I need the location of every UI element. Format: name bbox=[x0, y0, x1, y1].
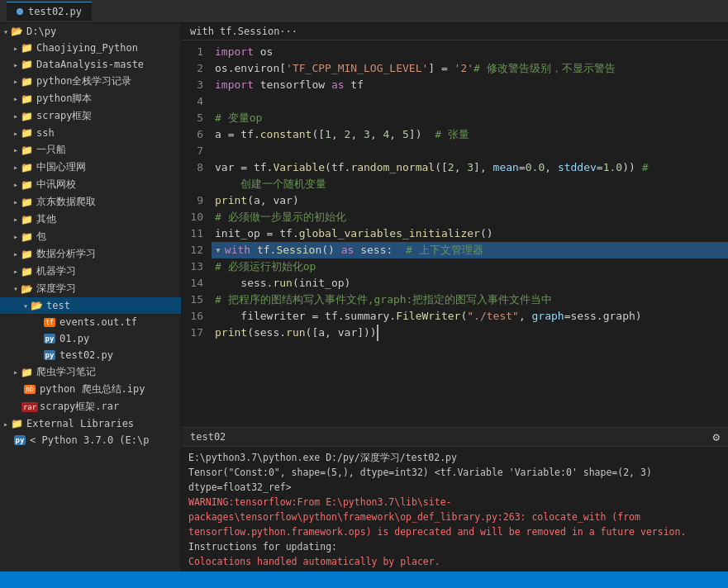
code-line-17[interactable]: print(sess.run([a, var]))​ bbox=[212, 325, 728, 341]
sidebar-item-zhongxin[interactable]: ▸中讯网校 bbox=[0, 176, 181, 193]
code-line-14[interactable]: sess.run(init_op) bbox=[212, 275, 728, 292]
line-numbers: 12345678 91011121314151617 bbox=[182, 40, 212, 427]
python-sdk[interactable]: py< Python 3.7.0 (E:\p bbox=[0, 432, 181, 448]
rar-file-icon: rar bbox=[23, 401, 36, 414]
code-line-3[interactable]: import tensorflow as tf bbox=[212, 77, 728, 93]
py-file-icon: py bbox=[43, 332, 56, 345]
terminal-content[interactable]: E:\python3.7\python.exe D:/py/深度学习/test0… bbox=[182, 447, 728, 571]
code-line-1[interactable]: import os bbox=[212, 44, 728, 60]
ext-lib-label: External Libraries bbox=[26, 418, 134, 429]
code-line-15[interactable]: # 把程序的图结构写入事件文件,graph:把指定的图写入事件文件当中 bbox=[212, 292, 728, 308]
arrow-right-icon: ▸ bbox=[13, 111, 18, 121]
code-line-4[interactable] bbox=[212, 93, 728, 110]
folder-icon bbox=[10, 25, 23, 38]
line-number-2: 2 bbox=[182, 60, 203, 77]
code-line-5[interactable]: # 变量op bbox=[212, 110, 728, 126]
folder-icon bbox=[20, 41, 33, 55]
arrow-right-icon: ▸ bbox=[13, 77, 18, 86]
sidebar-item-events[interactable]: tfevents.out.tf bbox=[0, 314, 181, 330]
sidebar-item-label: 中国心理网 bbox=[36, 160, 86, 174]
line-number-17: 17 bbox=[182, 325, 203, 341]
sidebar-item-chaojiying[interactable]: ▸Chaojiying_Python bbox=[0, 40, 181, 56]
line-number-15: 15 bbox=[182, 292, 203, 308]
terminal-title: test02 bbox=[190, 431, 226, 443]
sidebar-item-shenduxuexi[interactable]: ▾深度学习 bbox=[0, 280, 181, 297]
code-line-8[interactable]: var = tf.Variable(tf.random_normal([2, 3… bbox=[212, 159, 728, 176]
code-line-10[interactable]: # 必须做一步显示的初始化 bbox=[212, 209, 728, 225]
arrow-right-icon: ▸ bbox=[13, 232, 18, 241]
line-number-10: 10 bbox=[182, 209, 203, 225]
code-line-12[interactable]: ▾with tf.Session() as sess: # 上下文管理器 bbox=[212, 242, 728, 258]
gear-icon[interactable]: ⚙ bbox=[713, 430, 720, 443]
sidebar-item-dataanalysis[interactable]: ▸DataAnalysis-maste bbox=[0, 56, 181, 73]
line-number-1: 1 bbox=[182, 44, 203, 60]
external-libraries[interactable]: ▸External Libraries bbox=[0, 415, 181, 432]
sidebar-item-test02py[interactable]: pytest02.py bbox=[0, 347, 181, 363]
active-tab[interactable]: test02.py bbox=[7, 2, 92, 21]
terminal-line-3: Instructions for updating: bbox=[188, 539, 721, 554]
sidebar-item-python-script[interactable]: ▸python脚本 bbox=[0, 90, 181, 107]
folder-icon bbox=[30, 299, 43, 312]
line-number-3: 3 bbox=[182, 77, 203, 93]
sidebar-item-label: Chaojiying_Python bbox=[36, 42, 138, 54]
sidebar-item-jiqixuexi[interactable]: ▸机器学习 bbox=[0, 263, 181, 280]
sidebar-item-label: test bbox=[46, 300, 70, 311]
folder-icon bbox=[20, 75, 33, 88]
sidebar-item-ssh[interactable]: ▸ssh bbox=[0, 125, 181, 141]
sidebar-item-label: ssh bbox=[36, 127, 55, 139]
sidebar-item-label: 京东数据爬取 bbox=[36, 195, 96, 209]
arrow-right-icon: ▸ bbox=[3, 420, 8, 429]
line-number-13: 13 bbox=[182, 258, 203, 275]
folder-icon bbox=[20, 196, 33, 209]
line-number-9: 9 bbox=[182, 192, 203, 209]
sidebar-item-scrapy-rar[interactable]: rarscrapy框架.rar bbox=[0, 398, 181, 415]
folder-icon bbox=[20, 144, 33, 157]
folder-icon bbox=[20, 58, 33, 71]
sidebar-item-label: python 爬虫总结.ipy bbox=[40, 382, 145, 396]
sidebar-item-label: 包 bbox=[36, 230, 46, 244]
sidebar-item-yiban[interactable]: ▸一只船 bbox=[0, 141, 181, 159]
folder-icon bbox=[20, 282, 33, 296]
sidebar-item-scrapy[interactable]: ▸scrapy框架 bbox=[0, 107, 181, 125]
sidebar-item-shujufenxi[interactable]: ▸数据分析学习 bbox=[0, 245, 181, 263]
sidebar-item-py[interactable]: ▾D:\py bbox=[0, 23, 181, 40]
sidebar-item-label: 数据分析学习 bbox=[36, 247, 96, 261]
sidebar-item-label: scrapy框架.rar bbox=[40, 400, 119, 414]
code-editor[interactable]: 12345678 91011121314151617 import osos.e… bbox=[182, 40, 728, 427]
line-number-8b bbox=[182, 176, 203, 192]
line-number-16: 16 bbox=[182, 308, 203, 325]
sidebar-item-label: python全栈学习记录 bbox=[36, 74, 131, 88]
code-lines[interactable]: import osos.environ['TF_CPP_MIN_LOG_LEVE… bbox=[212, 40, 728, 427]
sidebar-item-test[interactable]: ▾test bbox=[0, 297, 181, 314]
sidebar-item-label: scrapy框架 bbox=[36, 109, 92, 123]
arrow-right-icon: ▸ bbox=[13, 129, 18, 138]
code-line-2[interactable]: os.environ['TF_CPP_MIN_LOG_LEVEL'] = '2'… bbox=[212, 60, 728, 77]
line-number-4: 4 bbox=[182, 93, 203, 110]
line-number-11: 11 bbox=[182, 225, 203, 242]
sidebar-item-qita[interactable]: ▸其他 bbox=[0, 211, 181, 228]
sidebar-item-01py[interactable]: py01.py bbox=[0, 330, 181, 347]
line-number-12: 12 bbox=[182, 242, 203, 258]
sidebar-item-label: test02.py bbox=[59, 349, 113, 361]
sidebar-item-python-learning[interactable]: ▸python全栈学习记录 bbox=[0, 73, 181, 90]
code-line-13[interactable]: # 必须运行初始化op bbox=[212, 258, 728, 275]
line-number-7: 7 bbox=[182, 143, 203, 159]
main-area: ▾D:\py▸Chaojiying_Python▸DataAnalysis-ma… bbox=[0, 23, 728, 571]
code-line-9[interactable]: print(a, var) bbox=[212, 192, 728, 209]
editor-area: with tf.Session··· 12345678 910111213141… bbox=[182, 23, 728, 427]
code-line-16[interactable]: filewriter = tf.summary.FileWriter("./te… bbox=[212, 308, 728, 325]
sidebar-item-pachong-summary[interactable]: nbpython 爬虫总结.ipy bbox=[0, 381, 181, 398]
terminal-line-4: Colocations handled automatically by pla… bbox=[188, 554, 721, 569]
sidebar-item-bao[interactable]: ▸包 bbox=[0, 228, 181, 245]
arrow-right-icon: ▸ bbox=[13, 145, 18, 154]
terminal-line-0: E:\python3.7\python.exe D:/py/深度学习/test0… bbox=[188, 450, 721, 465]
code-line-7[interactable] bbox=[212, 143, 728, 159]
sidebar-item-zhongguopsych[interactable]: ▸中国心理网 bbox=[0, 159, 181, 176]
sidebar-item-jingdong[interactable]: ▸京东数据爬取 bbox=[0, 193, 181, 211]
status-bar bbox=[0, 571, 728, 588]
ipynb-file-icon: nb bbox=[23, 383, 36, 396]
code-line-11[interactable]: init_op = tf.global_variables_initialize… bbox=[212, 225, 728, 242]
code-line-6[interactable]: a = tf.constant([1, 2, 3, 4, 5]) # 张量 bbox=[212, 126, 728, 143]
folder-icon bbox=[20, 230, 33, 244]
sidebar-item-pachong-notes[interactable]: ▸爬虫学习笔记 bbox=[0, 363, 181, 381]
